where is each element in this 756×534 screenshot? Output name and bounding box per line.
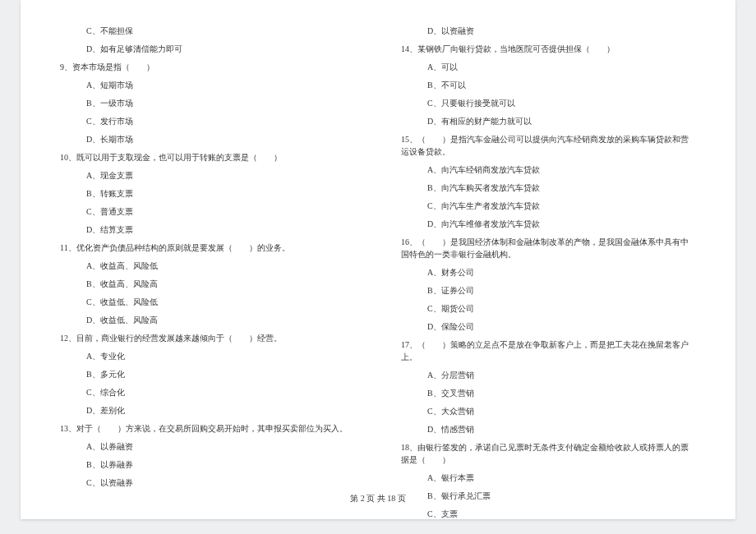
right-column: D、以资融资14、某钢铁厂向银行贷款，当地医院可否提供担保（ ）A、可以B、不可… <box>378 0 735 519</box>
option-text: B、转账支票 <box>60 187 355 200</box>
option-text: A、现金支票 <box>60 169 355 182</box>
option-text: D、有相应的财产能力就可以 <box>401 115 696 127</box>
option-text: A、分层营销 <box>401 369 696 381</box>
question-text: 18、由银行签发的，承诺自己见票时无条件支付确定金额给收款人或持票人的票据是（ … <box>401 441 696 466</box>
left-column: C、不能担保D、如有足够清偿能力即可9、资本市场是指（ ）A、短期市场B、一级市… <box>21 0 378 519</box>
option-text: C、普通支票 <box>60 205 355 218</box>
option-text: C、期货公司 <box>401 302 696 315</box>
option-text: D、如有足够清偿能力即可 <box>60 43 355 55</box>
question-text: 9、资本市场是指（ ） <box>60 61 355 73</box>
option-text: D、收益低、风险高 <box>60 314 355 326</box>
question-text: 10、既可以用于支取现金，也可以用于转账的支票是（ ） <box>60 151 355 163</box>
option-text: D、情感营销 <box>401 423 696 435</box>
option-text: D、长期市场 <box>60 133 355 145</box>
question-text: 12、目前，商业银行的经营发展越来越倾向于（ ）经营。 <box>60 332 355 344</box>
option-text: C、支票 <box>401 508 696 520</box>
option-text: C、收益低、风险低 <box>60 296 355 308</box>
question-text: 11、优化资产负债品种结构的原则就是要发展（ ）的业务。 <box>60 242 355 254</box>
option-text: D、以资融资 <box>401 25 696 37</box>
option-text: B、向汽车购买者发放汽车贷款 <box>401 182 696 194</box>
option-text: C、发行市场 <box>60 115 355 127</box>
option-text: A、以券融资 <box>60 440 355 453</box>
option-text: B、以券融券 <box>60 458 355 471</box>
option-text: D、向汽车维修者发放汽车贷款 <box>401 218 696 230</box>
question-text: 17、（ ）策略的立足点不是放在争取新客户上，而是把工夫花在挽留老客户上。 <box>401 338 696 363</box>
page-footer: 第 2 页 共 18 页 <box>21 493 735 504</box>
option-text: D、差别化 <box>60 404 355 417</box>
option-text: C、只要银行接受就可以 <box>401 97 696 109</box>
option-text: B、不可以 <box>401 79 696 91</box>
question-text: 13、对于（ ）方来说，在交易所回购交易开始时，其申报买卖部位为买入。 <box>60 422 355 435</box>
option-text: C、大众营销 <box>401 405 696 417</box>
option-text: C、向汽车生产者发放汽车贷款 <box>401 200 696 212</box>
question-text: 16、（ ）是我国经济体制和金融体制改革的产物，是我国金融体系中具有中国特色的一… <box>401 236 696 260</box>
option-text: B、收益高、风险高 <box>60 278 355 290</box>
option-text: C、综合化 <box>60 386 355 398</box>
option-text: D、结算支票 <box>60 223 355 236</box>
option-text: A、银行本票 <box>401 472 696 484</box>
option-text: A、专业化 <box>60 350 355 362</box>
question-text: 15、（ ）是指汽车金融公司可以提供向汽车经销商发放的采购车辆贷款和营运设备贷款… <box>401 133 696 158</box>
document-page: C、不能担保D、如有足够清偿能力即可9、资本市场是指（ ）A、短期市场B、一级市… <box>21 0 735 519</box>
option-text: A、向汽车经销商发放汽车贷款 <box>401 163 696 176</box>
option-text: A、可以 <box>401 61 696 73</box>
option-text: D、保险公司 <box>401 320 696 333</box>
option-text: C、不能担保 <box>60 25 355 37</box>
option-text: A、收益高、风险低 <box>60 260 355 272</box>
question-text: 14、某钢铁厂向银行贷款，当地医院可否提供担保（ ） <box>401 43 696 55</box>
option-text: B、证券公司 <box>401 284 696 297</box>
option-text: C、以资融券 <box>60 476 355 489</box>
option-text: B、多元化 <box>60 368 355 380</box>
option-text: A、短期市场 <box>60 79 355 91</box>
option-text: B、一级市场 <box>60 97 355 109</box>
option-text: A、财务公司 <box>401 266 696 279</box>
option-text: B、交叉营销 <box>401 387 696 399</box>
